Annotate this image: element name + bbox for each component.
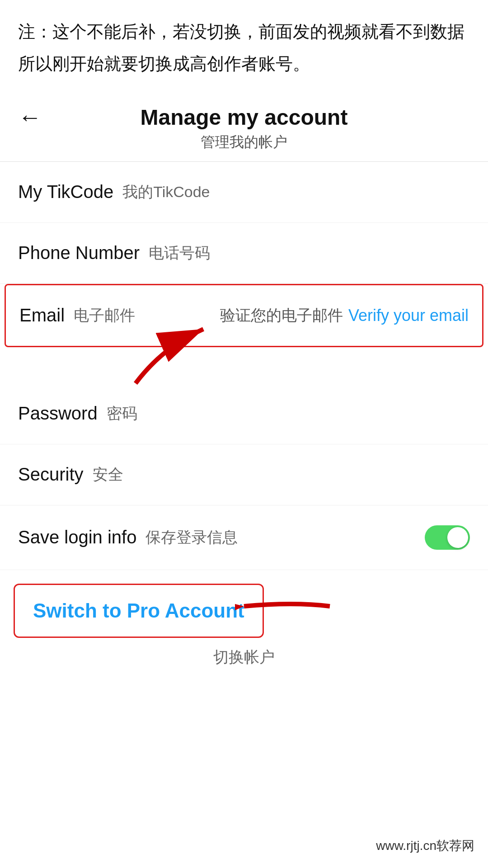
watermark: www.rjtj.cn软荐网: [376, 837, 474, 854]
menu-phone-labels: Phone Number 电话号码: [18, 243, 210, 264]
save-login-label-en: Save login info: [18, 527, 136, 547]
arrow-pro-svg: [235, 588, 334, 624]
tikcode-label-en: My TikCode: [18, 182, 113, 202]
save-login-toggle[interactable]: [425, 525, 470, 550]
note-section: 注：这个不能后补，若没切换，前面发的视频就看不到数据 所以刚开始就要切换成高创作…: [0, 0, 488, 91]
page-title: Manage my account: [141, 105, 348, 130]
security-label-cn: 安全: [93, 464, 123, 485]
email-verify-section: 验证您的电子邮件 Verify your email: [220, 305, 469, 326]
phone-label-cn: 电话号码: [149, 243, 210, 264]
menu-password-labels: Password 密码: [18, 403, 137, 424]
verify-email-link[interactable]: Verify your email: [348, 306, 469, 325]
menu-item-security[interactable]: Security 安全: [0, 444, 488, 505]
menu-item-password[interactable]: Password 密码: [0, 383, 488, 444]
menu-item-phone[interactable]: Phone Number 电话号码: [0, 223, 488, 284]
pro-account-label: Switch to Pro Account: [33, 599, 244, 622]
note-line2: 所以刚开始就要切换成高创作者账号。: [18, 50, 470, 78]
note-line1: 注：这个不能后补，若没切换，前面发的视频就看不到数据: [18, 18, 470, 46]
page-header: ← Manage my account 管理我的帐户: [0, 91, 488, 162]
menu-save-login-labels: Save login info 保存登录信息: [18, 527, 238, 548]
arrow-email-svg: [127, 320, 217, 388]
menu-item-tikcode[interactable]: My TikCode 我的TikCode: [0, 162, 488, 223]
header-row: ← Manage my account: [18, 105, 470, 130]
email-label-en: Email: [19, 305, 65, 326]
menu-tikcode-labels: My TikCode 我的TikCode: [18, 182, 210, 203]
menu-item-email[interactable]: Email 电子邮件 验证您的电子邮件 Verify your email: [5, 284, 483, 347]
page-subtitle: 管理我的帐户: [201, 132, 287, 152]
email-label-cn: 电子邮件: [74, 305, 135, 326]
switch-pro-account-button[interactable]: Switch to Pro Account: [14, 584, 264, 638]
back-button[interactable]: ←: [18, 104, 42, 131]
save-login-label-cn: 保存登录信息: [145, 527, 238, 548]
menu-email-labels: Email 电子邮件: [19, 305, 135, 326]
pro-account-section: Switch to Pro Account: [14, 584, 474, 638]
toggle-circle: [447, 527, 468, 548]
password-label-cn: 密码: [107, 403, 137, 424]
password-label-en: Password: [18, 403, 98, 424]
pro-account-subtitle: 切换帐户: [0, 647, 488, 668]
tikcode-label-cn: 我的TikCode: [122, 182, 210, 203]
menu-item-save-login[interactable]: Save login info 保存登录信息: [0, 505, 488, 570]
verify-cn-text: 验证您的电子邮件: [220, 305, 343, 326]
security-label-en: Security: [18, 464, 84, 485]
phone-label-en: Phone Number: [18, 243, 140, 263]
menu-security-labels: Security 安全: [18, 464, 123, 485]
